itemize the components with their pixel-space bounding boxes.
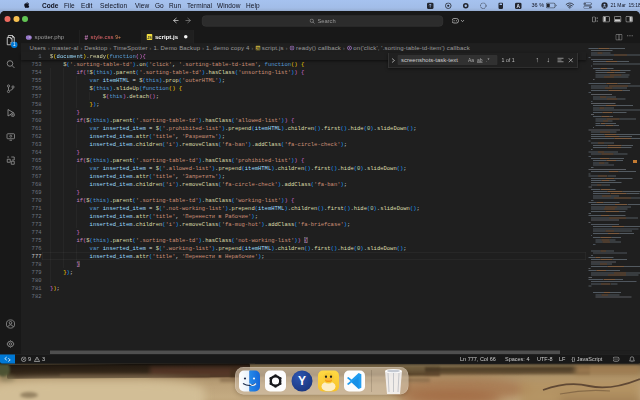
svg-text:A: A [517,4,521,9]
